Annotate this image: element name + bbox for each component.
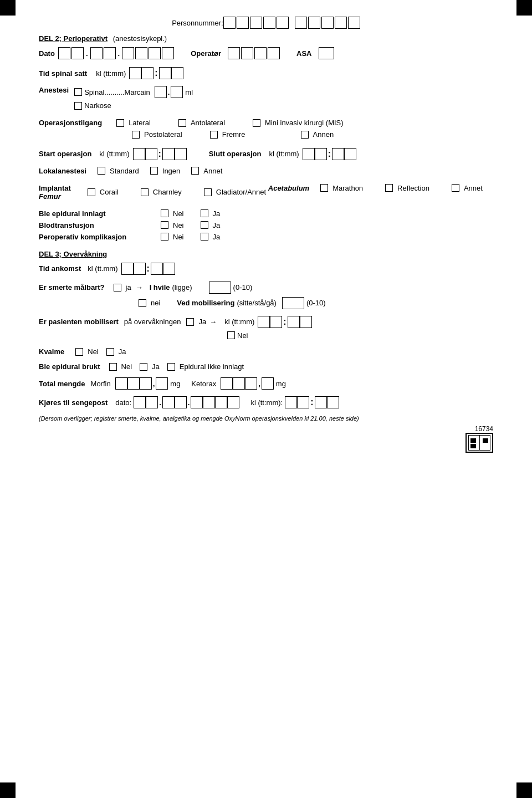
kj-d2[interactable] <box>146 396 158 408</box>
mob-h1[interactable] <box>258 316 270 328</box>
dato-m2[interactable] <box>104 47 116 59</box>
dato-y3[interactable] <box>149 47 161 59</box>
ta-m2[interactable] <box>163 263 175 275</box>
kj-m1[interactable] <box>162 396 175 408</box>
dato-d1[interactable] <box>58 47 70 59</box>
slutt-h2[interactable] <box>315 148 327 160</box>
ts-m2[interactable] <box>171 67 183 79</box>
cb-antolateral[interactable] <box>178 119 186 127</box>
dato-m1[interactable] <box>90 47 103 59</box>
keto-b3[interactable] <box>245 377 257 390</box>
cb-mob-ja[interactable] <box>186 318 194 326</box>
cb-epbrukt-ja[interactable] <box>140 363 147 371</box>
op-box-2[interactable] <box>241 47 253 59</box>
morfin-b4[interactable] <box>156 377 168 390</box>
asa-box[interactable] <box>319 47 334 59</box>
cb-lateral[interactable] <box>116 119 124 127</box>
cb-postolateral[interactable] <box>132 131 140 139</box>
kj-kl-h2[interactable] <box>297 396 309 408</box>
slutt-m2[interactable] <box>344 148 356 160</box>
cb-blod-ja[interactable] <box>201 221 208 229</box>
cb-charnley[interactable] <box>141 188 149 196</box>
cb-kvalme-nei[interactable] <box>75 348 83 356</box>
cb-pero-nei[interactable] <box>161 233 168 241</box>
cb-marathon[interactable] <box>320 184 328 192</box>
cb-annet-acet[interactable] <box>452 184 459 192</box>
kj-d1[interactable] <box>134 396 146 408</box>
pnr-box-5[interactable] <box>277 17 289 29</box>
mob-h2[interactable] <box>270 316 282 328</box>
morfin-b1[interactable] <box>115 377 127 390</box>
ts-h1[interactable] <box>129 67 141 79</box>
pnr-box-1[interactable] <box>223 17 236 29</box>
slutt-m1[interactable] <box>332 148 344 160</box>
cb-reflection[interactable] <box>385 184 393 192</box>
cb-pero-ja[interactable] <box>201 233 208 241</box>
epid-ja-label: Ja <box>213 209 221 218</box>
cb-kvalme-ja[interactable] <box>106 348 114 356</box>
pnr-box-10[interactable] <box>348 17 360 29</box>
mob-score-box[interactable] <box>282 297 304 309</box>
start-m2[interactable] <box>175 148 187 160</box>
keto-b1[interactable] <box>221 377 233 390</box>
pnr-box-3[interactable] <box>250 17 262 29</box>
pnr-box-6[interactable] <box>295 17 307 29</box>
mob-m2[interactable] <box>300 316 312 328</box>
cb-corail[interactable] <box>88 188 95 196</box>
cb-epid-ja[interactable] <box>201 209 208 217</box>
kj-y2[interactable] <box>203 396 215 408</box>
morfin-b3[interactable] <box>140 377 152 390</box>
pnr-box-8[interactable] <box>321 17 334 29</box>
start-h2[interactable] <box>145 148 157 160</box>
morfin-b2[interactable] <box>127 377 140 390</box>
cb-fremre[interactable] <box>210 131 218 139</box>
dato-d2[interactable] <box>71 47 84 59</box>
cb-gladiator[interactable] <box>204 188 212 196</box>
pnr-box-7[interactable] <box>308 17 320 29</box>
pnr-box-9[interactable] <box>335 17 347 29</box>
cb-standard[interactable] <box>98 167 105 175</box>
pnr-box-2[interactable] <box>237 17 249 29</box>
kj-y3[interactable] <box>215 396 227 408</box>
mob-m1[interactable] <box>288 316 300 328</box>
start-m1[interactable] <box>162 148 175 160</box>
marcain-box1[interactable] <box>155 86 167 98</box>
cb-epid-nei[interactable] <box>161 209 168 217</box>
cb-smerte-nei[interactable] <box>139 299 146 307</box>
op-box-4[interactable] <box>268 47 280 59</box>
ta-h2[interactable] <box>134 263 146 275</box>
cb-blod-nei[interactable] <box>161 221 168 229</box>
cb-ingen[interactable] <box>150 167 158 175</box>
keto-b2[interactable] <box>233 377 245 390</box>
keto-b4[interactable] <box>262 377 274 390</box>
kj-kl-m1[interactable] <box>315 396 327 408</box>
pnr-box-4[interactable] <box>263 17 275 29</box>
ts-m1[interactable] <box>159 67 171 79</box>
op-box-1[interactable] <box>228 47 240 59</box>
kj-kl-m2[interactable] <box>327 396 339 408</box>
ihvile-score-box[interactable] <box>209 282 231 294</box>
anestesi-spinal-checkbox[interactable] <box>74 88 82 96</box>
start-h1[interactable] <box>133 148 145 160</box>
dato-y1[interactable] <box>122 47 134 59</box>
op-box-3[interactable] <box>254 47 267 59</box>
cb-epbrukt-ikke[interactable] <box>167 363 175 371</box>
ta-h1[interactable] <box>121 263 134 275</box>
marcain-box2[interactable] <box>171 86 183 98</box>
ta-m1[interactable] <box>151 263 163 275</box>
kj-kl-h1[interactable] <box>285 396 297 408</box>
cb-smerte-ja[interactable] <box>114 284 121 291</box>
cb-mini-invasiv[interactable] <box>253 119 260 127</box>
cb-mob-nei[interactable] <box>227 331 235 339</box>
ts-h2[interactable] <box>141 67 154 79</box>
cb-epbrukt-nei[interactable] <box>109 363 117 371</box>
anestesi-narkose-checkbox[interactable] <box>74 102 82 110</box>
slutt-h1[interactable] <box>303 148 315 160</box>
kj-y4[interactable] <box>227 396 239 408</box>
cb-annen[interactable] <box>301 131 309 139</box>
dato-y2[interactable] <box>135 47 147 59</box>
kj-m2[interactable] <box>175 396 187 408</box>
cb-annet-lok[interactable] <box>191 167 199 175</box>
dato-y4[interactable] <box>162 47 174 59</box>
kj-y1[interactable] <box>191 396 203 408</box>
